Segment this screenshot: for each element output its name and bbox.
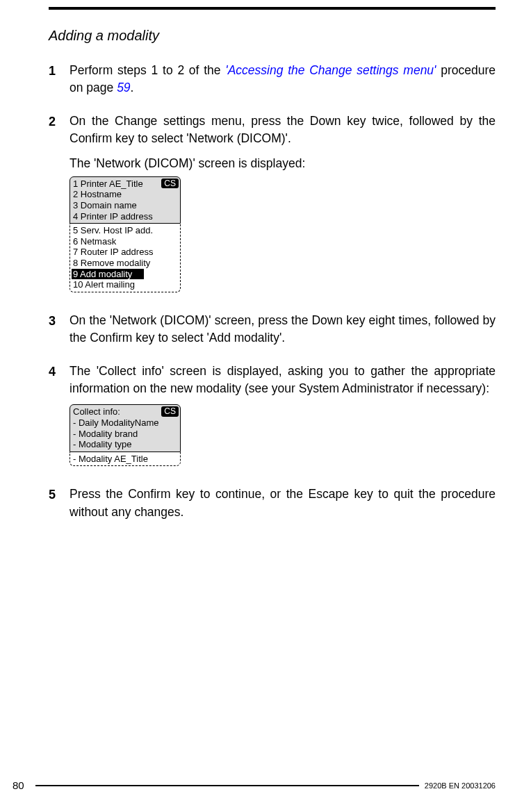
collect-info-screen: CS Collect info: - Daily ModalityName - … bbox=[70, 404, 181, 466]
screen-visible-area: CS Collect info: - Daily ModalityName - … bbox=[70, 404, 181, 451]
screen-scroll-area: - Modality AE_Title bbox=[70, 452, 181, 467]
menu-item: 3 Domain name bbox=[73, 200, 177, 211]
step-number: 4 bbox=[49, 363, 70, 471]
step-3: 3 On the 'Network (DICOM)' screen, press… bbox=[49, 312, 496, 347]
step-number: 5 bbox=[49, 486, 70, 521]
page-content: Adding a modality 1 Perform steps 1 to 2… bbox=[49, 28, 496, 536]
info-line: - Daily ModalityName bbox=[73, 417, 177, 429]
screen-visible-area: CS 1 Printer AE_Title 2 Hostname 3 Domai… bbox=[70, 176, 181, 224]
page-number: 80 bbox=[13, 779, 24, 791]
cs-badge: CS bbox=[161, 179, 179, 188]
step-2: 2 On the Change settings menu, press the… bbox=[49, 113, 496, 297]
step-body: The 'Collect info' screen is displayed, … bbox=[70, 363, 496, 471]
step-5: 5 Press the Confirm key to continue, or … bbox=[49, 486, 496, 521]
step-body: Perform steps 1 to 2 of the 'Accessing t… bbox=[70, 62, 496, 97]
text: The 'Network (DICOM)' screen is displaye… bbox=[70, 155, 496, 172]
cs-badge: CS bbox=[161, 406, 179, 416]
cross-ref-link[interactable]: 'Accessing the Change settings menu' bbox=[225, 63, 436, 77]
info-line: - Modality AE_Title bbox=[73, 454, 177, 465]
step-1: 1 Perform steps 1 to 2 of the 'Accessing… bbox=[49, 62, 496, 97]
menu-item: 4 Printer IP address bbox=[73, 211, 177, 222]
footer-rule bbox=[35, 785, 419, 786]
step-body: Press the Confirm key to continue, or th… bbox=[70, 486, 496, 521]
menu-item: 10 Alert mailing bbox=[73, 279, 177, 290]
menu-item-selected: 9 Add modality bbox=[72, 269, 144, 280]
step-number: 1 bbox=[49, 62, 70, 97]
step-body: On the Change settings menu, press the D… bbox=[70, 113, 496, 297]
text: The 'Collect info' screen is displayed, … bbox=[70, 363, 496, 398]
menu-item: 7 Router IP address bbox=[73, 247, 177, 258]
step-body: On the 'Network (DICOM)' screen, press t… bbox=[70, 312, 496, 347]
step-number: 3 bbox=[49, 312, 70, 347]
menu-item: 8 Remove modality bbox=[73, 258, 177, 269]
text: . bbox=[131, 81, 134, 94]
step-4: 4 The 'Collect info' screen is displayed… bbox=[49, 363, 496, 471]
top-rule bbox=[49, 7, 496, 10]
network-dicom-screen: CS 1 Printer AE_Title 2 Hostname 3 Domai… bbox=[70, 176, 181, 292]
text: Perform steps 1 to 2 of the bbox=[70, 63, 225, 77]
document-id: 2920B EN 20031206 bbox=[425, 781, 496, 790]
page-ref-link[interactable]: 59 bbox=[117, 81, 130, 94]
page-footer: 80 2920B EN 20031206 bbox=[13, 779, 496, 791]
info-line: - Modality brand bbox=[73, 429, 177, 440]
menu-item: 2 Hostname bbox=[73, 189, 177, 200]
screen-scroll-area: 5 Serv. Host IP add. 6 Netmask 7 Router … bbox=[70, 224, 181, 292]
step-number: 2 bbox=[49, 113, 70, 297]
info-line: - Modality type bbox=[73, 439, 177, 450]
menu-item: 5 Serv. Host IP add. bbox=[73, 225, 177, 236]
menu-item: 6 Netmask bbox=[73, 236, 177, 247]
section-heading: Adding a modality bbox=[49, 28, 496, 44]
text: On the Change settings menu, press the D… bbox=[70, 113, 496, 148]
